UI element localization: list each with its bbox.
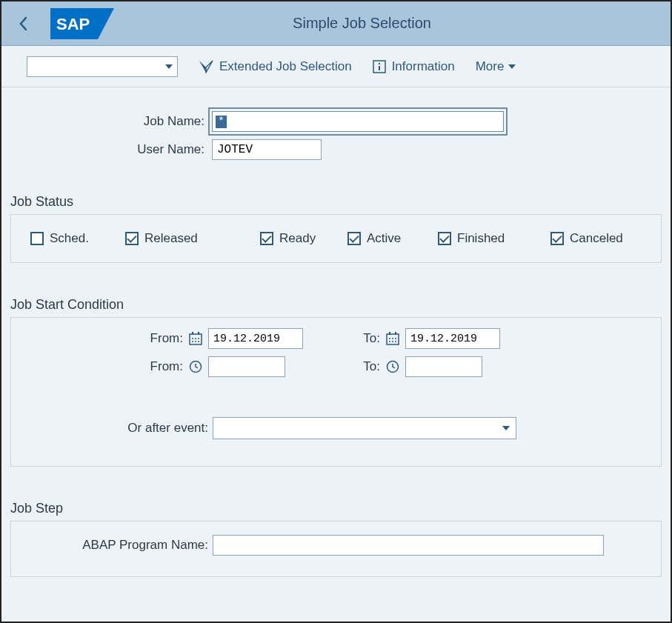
checkbox-ready: Ready: [260, 231, 347, 246]
svg-rect-5: [379, 66, 380, 70]
clock-icon[interactable]: [386, 360, 399, 373]
event-dropdown[interactable]: [213, 417, 516, 439]
checkbox-ready-label: Ready: [279, 231, 316, 246]
date-from-label: From:: [11, 331, 183, 346]
calendar-icon[interactable]: [386, 332, 399, 345]
date-to-label: To:: [353, 331, 380, 346]
filter-icon: [199, 60, 213, 73]
sap-logo-text: SAP: [56, 15, 90, 33]
abap-program-label: ABAP Program Name:: [11, 538, 213, 553]
checkbox-released-label: Released: [144, 231, 198, 246]
svg-rect-7: [192, 332, 193, 335]
job-name-input[interactable]: *: [212, 111, 504, 132]
checkbox-canceled: Canceled: [550, 231, 623, 246]
svg-point-20: [395, 338, 396, 339]
svg-point-14: [198, 341, 199, 342]
checkbox-active-box[interactable]: [347, 232, 361, 245]
extended-job-selection-label: Extended Job Selection: [219, 59, 352, 74]
clock-to-icon-wrap: [380, 360, 405, 373]
job-step-title: Job Step: [10, 501, 662, 516]
chevron-left-icon: [19, 16, 29, 31]
abap-program-input[interactable]: [213, 535, 604, 556]
user-name-row: User Name:: [10, 139, 662, 160]
checkbox-sched-box[interactable]: [30, 232, 44, 245]
more-button[interactable]: More: [476, 59, 516, 74]
calendar-to-icon-wrap: [380, 332, 405, 345]
svg-marker-2: [206, 61, 213, 73]
checkbox-active-label: Active: [367, 231, 401, 246]
information-label: Information: [392, 59, 455, 74]
svg-point-11: [198, 338, 199, 339]
or-after-event-label: Or after event:: [11, 421, 213, 436]
svg-point-19: [392, 338, 393, 339]
back-button[interactable]: [10, 10, 37, 37]
content-area: Job Name: * User Name: Job Status Sched.…: [1, 87, 671, 586]
checkbox-released: Released: [125, 231, 260, 246]
svg-point-12: [192, 341, 193, 342]
toolbar: Extended Job Selection Information More: [1, 46, 671, 87]
svg-point-10: [195, 338, 196, 339]
calendar-from-icon-wrap: [183, 332, 208, 345]
job-start-title: Job Start Condition: [10, 297, 662, 313]
page-title: Simple Job Selection: [114, 15, 610, 32]
svg-rect-8: [198, 332, 199, 335]
extended-job-selection-button[interactable]: Extended Job Selection: [199, 59, 352, 74]
sap-logo: SAP: [50, 8, 114, 39]
job-status-title: Job Status: [10, 194, 662, 210]
svg-point-9: [192, 338, 193, 339]
date-to-input[interactable]: [405, 328, 500, 349]
info-icon: [373, 60, 386, 73]
date-range-row: From: To:: [11, 328, 661, 349]
checkbox-active: Active: [347, 231, 438, 246]
checkbox-finished: Finished: [438, 231, 550, 246]
abap-row: ABAP Program Name:: [11, 535, 661, 556]
time-from-label: From:: [11, 359, 183, 374]
job-start-group: From: To: From: To: Or: [10, 317, 662, 467]
checkbox-ready-box[interactable]: [260, 232, 273, 245]
job-name-row: Job Name: *: [10, 111, 662, 132]
svg-point-18: [389, 338, 390, 339]
job-step-group: ABAP Program Name:: [10, 521, 662, 577]
time-range-row: From: To:: [11, 356, 661, 377]
svg-point-23: [395, 341, 396, 342]
time-to-input[interactable]: [405, 356, 482, 377]
calendar-icon[interactable]: [189, 332, 202, 345]
date-from-input[interactable]: [208, 328, 303, 349]
event-row: Or after event:: [11, 417, 661, 439]
svg-marker-1: [199, 61, 206, 73]
svg-point-22: [392, 341, 393, 342]
toolbar-variant-dropdown[interactable]: [27, 56, 178, 77]
checkbox-canceled-box[interactable]: [550, 232, 564, 245]
svg-rect-4: [379, 63, 380, 64]
job-name-value: *: [216, 116, 227, 128]
checkbox-sched: Sched.: [30, 231, 125, 246]
time-from-input[interactable]: [208, 356, 285, 377]
chevron-down-icon: [165, 64, 173, 69]
header-bar: SAP Simple Job Selection: [1, 1, 671, 46]
user-name-label: User Name:: [10, 142, 212, 157]
clock-from-icon-wrap: [183, 360, 208, 373]
checkbox-released-box[interactable]: [125, 232, 139, 245]
clock-icon[interactable]: [189, 360, 202, 373]
time-to-label: To:: [353, 359, 380, 374]
checkbox-finished-label: Finished: [457, 231, 505, 246]
job-status-group: Sched. Released Ready Active Finished Ca…: [10, 214, 662, 263]
more-label: More: [476, 59, 505, 74]
checkbox-finished-box[interactable]: [438, 232, 451, 245]
svg-point-21: [389, 341, 390, 342]
chevron-down-icon: [502, 426, 510, 430]
svg-rect-17: [395, 332, 396, 335]
checkbox-canceled-label: Canceled: [570, 231, 623, 246]
svg-point-13: [195, 341, 196, 342]
job-status-checkboxes: Sched. Released Ready Active Finished Ca…: [11, 215, 661, 262]
job-name-label: Job Name:: [10, 114, 212, 129]
information-button[interactable]: Information: [373, 59, 455, 74]
chevron-down-icon: [508, 64, 516, 69]
checkbox-sched-label: Sched.: [50, 231, 89, 246]
svg-rect-16: [389, 332, 390, 335]
user-name-input[interactable]: [212, 139, 322, 160]
